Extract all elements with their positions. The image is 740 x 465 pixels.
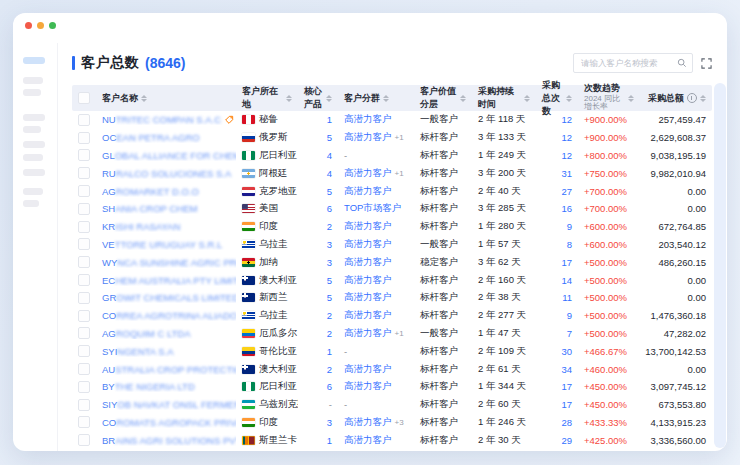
core-product-count[interactable]: 4	[327, 168, 332, 179]
minimize-icon[interactable]	[37, 22, 44, 29]
row-checkbox[interactable]	[78, 292, 90, 304]
customer-name-link[interactable]: WYNCA SUNSHINE AGRIC PRODU...	[96, 257, 236, 268]
row-checkbox[interactable]	[78, 416, 90, 428]
row-checkbox[interactable]	[78, 327, 90, 339]
info-icon[interactable]	[687, 93, 697, 103]
purchase-count-link[interactable]: 17	[561, 257, 572, 268]
customer-segment-link[interactable]: 高潜力客户	[344, 380, 392, 393]
customer-name-link[interactable]: GLOBAL ALLIANCE FOR CHEMICA...	[96, 150, 236, 161]
core-product-count[interactable]: 2	[327, 310, 332, 321]
core-product-count[interactable]: 1	[327, 435, 332, 446]
purchase-count-link[interactable]: 28	[561, 417, 572, 428]
customer-name-link[interactable]: ECHEM AUSTRALIA PTY LIMITED	[96, 275, 236, 286]
purchase-count-link[interactable]: 17	[561, 399, 572, 410]
purchase-count-link[interactable]: 31	[561, 168, 572, 179]
core-product-count[interactable]: 4	[327, 150, 332, 161]
customer-segment-link[interactable]: 高潜力客户	[344, 327, 392, 340]
customer-name-link[interactable]: SYINGENTA S.A	[96, 346, 236, 357]
customer-name-link[interactable]: VETTORE URUGUAY S.R.L	[96, 239, 236, 250]
customer-segment-link[interactable]: 高潜力客户	[344, 113, 392, 126]
core-product-count[interactable]: 3	[327, 257, 332, 268]
column-header[interactable]: 采购总次数	[536, 85, 578, 111]
row-checkbox[interactable]	[78, 203, 90, 215]
purchase-count-link[interactable]: 9	[567, 310, 572, 321]
column-header[interactable]: 采购总额	[640, 85, 712, 111]
sort-icon[interactable]	[628, 95, 634, 102]
row-checkbox[interactable]	[78, 399, 90, 411]
sort-icon[interactable]	[566, 95, 572, 102]
row-checkbox[interactable]	[78, 185, 90, 197]
purchase-count-link[interactable]: 11	[562, 292, 572, 303]
customer-name-link[interactable]: KRISHI RASAYAN	[96, 221, 236, 232]
row-checkbox[interactable]	[78, 310, 90, 322]
core-product-count[interactable]: 6	[327, 203, 332, 214]
core-product-count[interactable]: 1	[327, 346, 332, 357]
row-checkbox[interactable]	[78, 238, 90, 250]
customer-name-link[interactable]: SHANIA CROP CHEM	[96, 203, 236, 214]
customer-name-link[interactable]: COROMATS AGROPACK PRIVATE...	[96, 417, 236, 428]
sidebar-skeleton-item[interactable]	[23, 126, 41, 133]
purchase-count-link[interactable]: 29	[561, 435, 572, 446]
sidebar-item-active[interactable]	[23, 57, 45, 64]
search-icon[interactable]	[677, 58, 687, 68]
core-product-count[interactable]: 2	[327, 221, 332, 232]
row-checkbox[interactable]	[78, 345, 90, 357]
customer-segment-link[interactable]: 高潜力客户	[344, 238, 392, 251]
row-checkbox[interactable]	[78, 114, 90, 126]
customer-name-link[interactable]: AGROQUIM C LTDA	[96, 328, 236, 339]
customer-segment-link[interactable]: 高潜力客户	[344, 274, 392, 287]
customer-name-link[interactable]: BRAINS AGRI SOLUTIONS PVT LTD	[96, 435, 236, 446]
sidebar-skeleton-item[interactable]	[23, 141, 45, 148]
customer-segment-link[interactable]: 高潜力客户	[344, 256, 392, 269]
sidebar-skeleton-item[interactable]	[23, 77, 43, 84]
column-header[interactable]: 次数趋势2024 同比增长率	[578, 85, 640, 111]
sort-icon[interactable]	[383, 95, 389, 102]
column-header[interactable]: 客户所在地	[236, 85, 298, 111]
column-header[interactable]: 客户分群	[338, 85, 414, 111]
column-header[interactable]: 采购持续时间	[472, 85, 536, 111]
customer-name-link[interactable]: GROWIT CHEMICALS LIMITED	[96, 292, 236, 303]
vertical-scrollbar[interactable]	[714, 83, 726, 448]
search-box[interactable]	[573, 53, 693, 73]
purchase-count-link[interactable]: 27	[561, 186, 572, 197]
sort-icon[interactable]	[141, 95, 147, 102]
core-product-count[interactable]: 5	[327, 132, 332, 143]
customer-segment-link[interactable]: 高潜力客户	[344, 309, 392, 322]
maximize-icon[interactable]	[49, 22, 56, 29]
row-checkbox[interactable]	[78, 434, 90, 446]
core-product-count[interactable]: 5	[327, 186, 332, 197]
row-checkbox[interactable]	[78, 149, 90, 161]
purchase-count-link[interactable]: 12	[561, 132, 572, 143]
sidebar-skeleton-item[interactable]	[23, 169, 45, 176]
core-product-count[interactable]: 3	[327, 417, 332, 428]
customer-segment-link[interactable]: 高潜力客户	[344, 220, 392, 233]
core-product-count[interactable]: 2	[327, 328, 332, 339]
core-product-count[interactable]: 6	[327, 381, 332, 392]
customer-name-link[interactable]: BYTHE NIGERIA LTD	[96, 381, 236, 392]
sidebar-skeleton-item[interactable]	[23, 89, 41, 96]
sidebar-skeleton-item[interactable]	[23, 188, 43, 195]
customer-name-link[interactable]: SIYOB NAVKAT ONSL FERMER X...	[96, 399, 236, 410]
purchase-count-link[interactable]: 17	[561, 381, 572, 392]
customer-name-link[interactable]: AGROMARKET D.O.O	[96, 186, 236, 197]
sidebar-skeleton-item[interactable]	[23, 114, 45, 121]
customer-segment-link[interactable]: 高潜力客户	[344, 185, 392, 198]
column-header[interactable]: 核心产品	[298, 85, 338, 111]
sort-icon[interactable]	[524, 95, 530, 102]
sidebar-skeleton-item[interactable]	[23, 154, 43, 161]
row-checkbox[interactable]	[78, 363, 90, 375]
column-header[interactable]: 客户名称	[96, 85, 236, 111]
sort-icon[interactable]	[326, 95, 332, 102]
row-checkbox[interactable]	[78, 132, 90, 144]
core-product-count[interactable]: 3	[327, 239, 332, 250]
core-product-count[interactable]: 1	[327, 114, 332, 125]
sort-icon[interactable]	[700, 95, 706, 102]
purchase-count-link[interactable]: 16	[561, 203, 572, 214]
customer-name-link[interactable]: NUTRITEC COMPAN S.A.C	[96, 114, 236, 125]
customer-segment-link[interactable]: 高潜力客户	[344, 434, 392, 447]
tag-icon[interactable]	[224, 115, 234, 125]
customer-segment-link[interactable]: 高潜力客户	[344, 131, 392, 144]
purchase-count-link[interactable]: 7	[567, 328, 572, 339]
customer-name-link[interactable]: RURALCO SOLUCIONES S.A	[96, 168, 236, 179]
sort-icon[interactable]	[460, 95, 466, 102]
